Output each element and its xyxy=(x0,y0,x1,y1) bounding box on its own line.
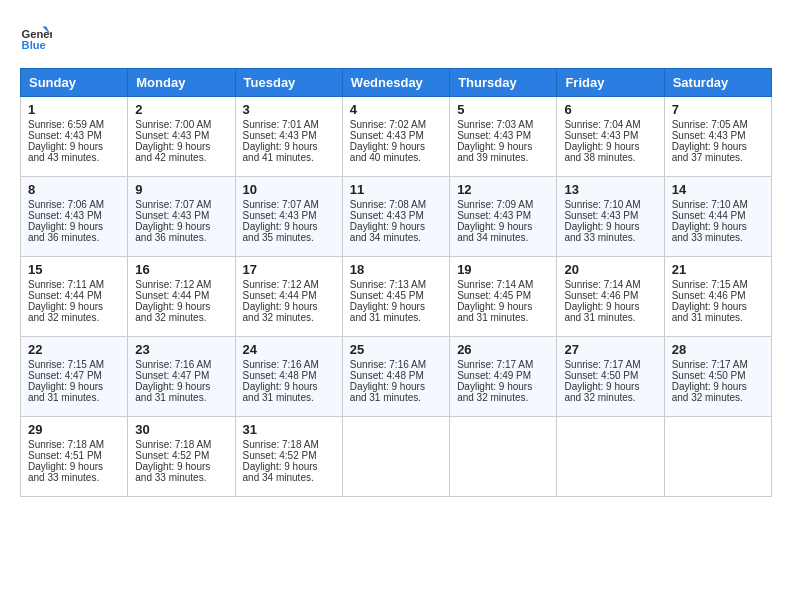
sunrise-text: Sunrise: 7:18 AM xyxy=(28,439,104,450)
weekday-cell: Saturday xyxy=(664,69,771,97)
sunrise-text: Sunrise: 7:10 AM xyxy=(564,199,640,210)
sunset-text: Sunset: 4:47 PM xyxy=(135,370,209,381)
day-number: 15 xyxy=(28,262,120,277)
sunset-text: Sunset: 4:48 PM xyxy=(243,370,317,381)
daylight-text: Daylight: 9 hours and 31 minutes. xyxy=(350,381,425,403)
daylight-text: Daylight: 9 hours and 32 minutes. xyxy=(672,381,747,403)
weekday-cell: Sunday xyxy=(21,69,128,97)
day-number: 25 xyxy=(350,342,442,357)
calendar-cell: 31 Sunrise: 7:18 AM Sunset: 4:52 PM Dayl… xyxy=(235,417,342,497)
day-number: 20 xyxy=(564,262,656,277)
calendar-cell: 7 Sunrise: 7:05 AM Sunset: 4:43 PM Dayli… xyxy=(664,97,771,177)
daylight-text: Daylight: 9 hours and 32 minutes. xyxy=(28,301,103,323)
weekday-cell: Friday xyxy=(557,69,664,97)
weekday-cell: Monday xyxy=(128,69,235,97)
sunset-text: Sunset: 4:45 PM xyxy=(457,290,531,301)
calendar-cell: 17 Sunrise: 7:12 AM Sunset: 4:44 PM Dayl… xyxy=(235,257,342,337)
calendar-cell: 27 Sunrise: 7:17 AM Sunset: 4:50 PM Dayl… xyxy=(557,337,664,417)
calendar-row: 15 Sunrise: 7:11 AM Sunset: 4:44 PM Dayl… xyxy=(21,257,772,337)
logo: General Blue xyxy=(20,20,52,52)
daylight-text: Daylight: 9 hours and 43 minutes. xyxy=(28,141,103,163)
sunset-text: Sunset: 4:43 PM xyxy=(28,130,102,141)
day-number: 1 xyxy=(28,102,120,117)
day-number: 27 xyxy=(564,342,656,357)
calendar-cell: 5 Sunrise: 7:03 AM Sunset: 4:43 PM Dayli… xyxy=(450,97,557,177)
sunset-text: Sunset: 4:50 PM xyxy=(672,370,746,381)
sunrise-text: Sunrise: 7:18 AM xyxy=(243,439,319,450)
sunset-text: Sunset: 4:43 PM xyxy=(672,130,746,141)
sunrise-text: Sunrise: 7:05 AM xyxy=(672,119,748,130)
day-number: 24 xyxy=(243,342,335,357)
daylight-text: Daylight: 9 hours and 42 minutes. xyxy=(135,141,210,163)
calendar-cell: 6 Sunrise: 7:04 AM Sunset: 4:43 PM Dayli… xyxy=(557,97,664,177)
sunrise-text: Sunrise: 6:59 AM xyxy=(28,119,104,130)
daylight-text: Daylight: 9 hours and 33 minutes. xyxy=(564,221,639,243)
calendar-row: 29 Sunrise: 7:18 AM Sunset: 4:51 PM Dayl… xyxy=(21,417,772,497)
day-number: 16 xyxy=(135,262,227,277)
calendar-cell: 3 Sunrise: 7:01 AM Sunset: 4:43 PM Dayli… xyxy=(235,97,342,177)
day-number: 2 xyxy=(135,102,227,117)
calendar-cell: 20 Sunrise: 7:14 AM Sunset: 4:46 PM Dayl… xyxy=(557,257,664,337)
day-number: 7 xyxy=(672,102,764,117)
day-number: 31 xyxy=(243,422,335,437)
day-number: 30 xyxy=(135,422,227,437)
weekday-header: SundayMondayTuesdayWednesdayThursdayFrid… xyxy=(21,69,772,97)
daylight-text: Daylight: 9 hours and 32 minutes. xyxy=(457,381,532,403)
page-header: General Blue xyxy=(20,20,772,52)
daylight-text: Daylight: 9 hours and 31 minutes. xyxy=(672,301,747,323)
sunset-text: Sunset: 4:52 PM xyxy=(135,450,209,461)
daylight-text: Daylight: 9 hours and 34 minutes. xyxy=(457,221,532,243)
sunrise-text: Sunrise: 7:10 AM xyxy=(672,199,748,210)
daylight-text: Daylight: 9 hours and 33 minutes. xyxy=(135,461,210,483)
calendar-cell: 14 Sunrise: 7:10 AM Sunset: 4:44 PM Dayl… xyxy=(664,177,771,257)
sunrise-text: Sunrise: 7:15 AM xyxy=(28,359,104,370)
sunset-text: Sunset: 4:44 PM xyxy=(672,210,746,221)
daylight-text: Daylight: 9 hours and 36 minutes. xyxy=(28,221,103,243)
sunrise-text: Sunrise: 7:09 AM xyxy=(457,199,533,210)
day-number: 9 xyxy=(135,182,227,197)
calendar-cell: 10 Sunrise: 7:07 AM Sunset: 4:43 PM Dayl… xyxy=(235,177,342,257)
daylight-text: Daylight: 9 hours and 41 minutes. xyxy=(243,141,318,163)
daylight-text: Daylight: 9 hours and 35 minutes. xyxy=(243,221,318,243)
sunrise-text: Sunrise: 7:11 AM xyxy=(28,279,104,290)
calendar-cell: 24 Sunrise: 7:16 AM Sunset: 4:48 PM Dayl… xyxy=(235,337,342,417)
day-number: 11 xyxy=(350,182,442,197)
daylight-text: Daylight: 9 hours and 34 minutes. xyxy=(243,461,318,483)
daylight-text: Daylight: 9 hours and 33 minutes. xyxy=(28,461,103,483)
sunrise-text: Sunrise: 7:07 AM xyxy=(135,199,211,210)
sunset-text: Sunset: 4:49 PM xyxy=(457,370,531,381)
day-number: 12 xyxy=(457,182,549,197)
day-number: 28 xyxy=(672,342,764,357)
daylight-text: Daylight: 9 hours and 32 minutes. xyxy=(135,301,210,323)
weekday-cell: Tuesday xyxy=(235,69,342,97)
sunset-text: Sunset: 4:43 PM xyxy=(350,130,424,141)
calendar-cell: 23 Sunrise: 7:16 AM Sunset: 4:47 PM Dayl… xyxy=(128,337,235,417)
day-number: 13 xyxy=(564,182,656,197)
svg-text:Blue: Blue xyxy=(22,39,46,51)
sunset-text: Sunset: 4:43 PM xyxy=(243,210,317,221)
calendar-cell: 9 Sunrise: 7:07 AM Sunset: 4:43 PM Dayli… xyxy=(128,177,235,257)
sunrise-text: Sunrise: 7:17 AM xyxy=(564,359,640,370)
day-number: 8 xyxy=(28,182,120,197)
sunrise-text: Sunrise: 7:14 AM xyxy=(457,279,533,290)
calendar-cell xyxy=(557,417,664,497)
daylight-text: Daylight: 9 hours and 34 minutes. xyxy=(350,221,425,243)
calendar-cell: 25 Sunrise: 7:16 AM Sunset: 4:48 PM Dayl… xyxy=(342,337,449,417)
calendar-row: 1 Sunrise: 6:59 AM Sunset: 4:43 PM Dayli… xyxy=(21,97,772,177)
sunrise-text: Sunrise: 7:01 AM xyxy=(243,119,319,130)
sunrise-text: Sunrise: 7:04 AM xyxy=(564,119,640,130)
day-number: 3 xyxy=(243,102,335,117)
calendar: SundayMondayTuesdayWednesdayThursdayFrid… xyxy=(20,68,772,497)
sunrise-text: Sunrise: 7:12 AM xyxy=(243,279,319,290)
day-number: 21 xyxy=(672,262,764,277)
calendar-cell: 13 Sunrise: 7:10 AM Sunset: 4:43 PM Dayl… xyxy=(557,177,664,257)
day-number: 6 xyxy=(564,102,656,117)
sunrise-text: Sunrise: 7:17 AM xyxy=(672,359,748,370)
day-number: 4 xyxy=(350,102,442,117)
daylight-text: Daylight: 9 hours and 38 minutes. xyxy=(564,141,639,163)
sunrise-text: Sunrise: 7:03 AM xyxy=(457,119,533,130)
calendar-cell: 15 Sunrise: 7:11 AM Sunset: 4:44 PM Dayl… xyxy=(21,257,128,337)
sunset-text: Sunset: 4:50 PM xyxy=(564,370,638,381)
sunrise-text: Sunrise: 7:16 AM xyxy=(350,359,426,370)
calendar-cell: 4 Sunrise: 7:02 AM Sunset: 4:43 PM Dayli… xyxy=(342,97,449,177)
